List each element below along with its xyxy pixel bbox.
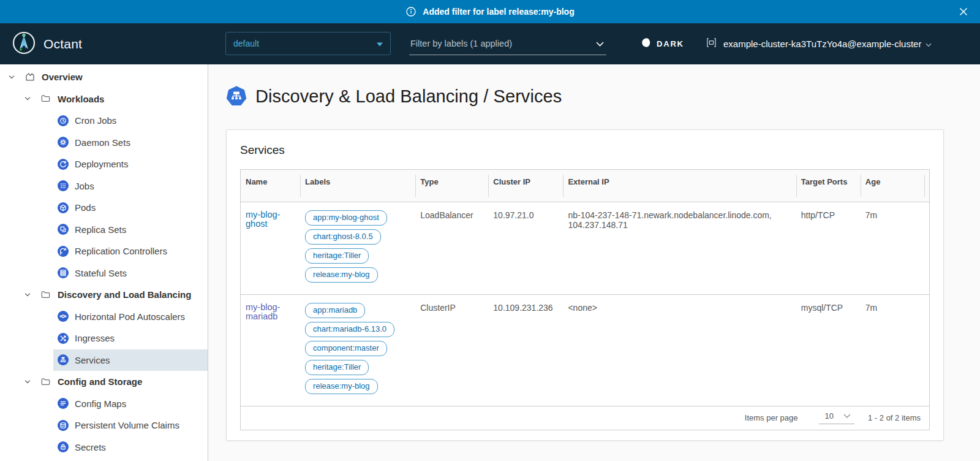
sidebar-item-daemon-sets[interactable]: Daemon Sets [0,132,208,154]
service-name-link[interactable]: my-blog-ghost [246,210,294,230]
page-size-value: 10 [825,411,834,421]
label-chip[interactable]: chart:ghost-8.0.5 [305,229,381,245]
sidebar-item-replication-controllers[interactable]: Replication Controllers [0,240,208,262]
cell-age: 7m [861,202,924,294]
sidebar-item-label: Services [75,355,110,365]
services-card: Services NameLabelsTypeCluster IPExterna… [226,129,944,441]
sidebar-item-overview[interactable]: Overview [0,66,208,88]
label-filter-dropdown[interactable]: Filter by labels (1 applied) [409,32,606,55]
sidebar-item-label: Pods [75,202,96,213]
cell-external-ip: nb-104-237-148-71.newark.nodebalancer.li… [563,202,796,294]
home-link[interactable]: Octant [12,31,82,57]
service-name-link[interactable]: my-blog-mariadb [246,303,294,322]
cell-type: ClusterIP [415,294,488,406]
column-header-name: Name [241,170,300,202]
sidebar-item-cron-jobs[interactable]: Cron Jobs [0,110,208,132]
label-filter-text: Filter by labels (1 applied) [410,39,596,48]
chevron-down-icon[interactable] [23,378,32,386]
service-heptagon-icon [226,86,247,107]
label-chip[interactable]: app:my-blog-ghost [305,210,387,226]
table-row: my-blog-ghostapp:my-blog-ghostchart:ghos… [241,202,929,294]
namespace-selector[interactable]: default [225,32,391,55]
folder-icon [40,289,51,300]
label-chip[interactable]: chart:mariadb-6.13.0 [305,322,394,337]
theme-toggle-button[interactable]: DARK [641,23,684,64]
cell-external-ip: <none> [563,294,796,406]
sidebar-item-config-maps[interactable]: Config Maps [0,393,208,415]
sidebar-item-label: Replication Controllers [75,246,167,256]
sidebar-item-config-and-storage[interactable]: Config and Storage [0,371,208,393]
daemonset-icon [58,137,69,148]
sidebar-item-label: Workloads [58,94,104,104]
cell-labels: app:mariadbchart:mariadb-6.13.0component… [300,294,415,406]
label-chip[interactable]: release:my-blog [305,267,378,283]
label-chip[interactable]: release:my-blog [305,379,378,394]
cell-target-ports: http/TCP [796,202,861,294]
chevron-down-icon[interactable] [23,291,32,299]
sidebar-item-deployments[interactable]: Deployments [0,153,208,175]
sidebar-item-persistent-volume-claims[interactable]: Persistent Volume Claims [0,414,208,436]
chevron-down-icon [925,39,932,50]
pod-icon [58,202,69,213]
namespace-value: default [233,39,377,48]
chevron-down-icon[interactable] [23,95,32,102]
sidebar-item-jobs[interactable]: Jobs [0,175,208,197]
hpa-icon [58,311,69,322]
ingress-icon [58,333,69,344]
sidebar-item-label: Cron Jobs [75,115,116,126]
cell-target-ports: mysql/TCP [796,294,861,406]
sidebar-item-discovery-and-load-balancing[interactable]: Discovery and Load Balancing [0,284,208,306]
cell-age: 7m [861,294,924,406]
folder-icon [40,93,51,104]
label-chip[interactable]: component:master [305,341,387,356]
label-chip[interactable]: heritage:Tiller [305,360,369,375]
secret-icon [58,441,69,452]
cronjob-icon [58,115,69,126]
column-header-type: Type [415,170,488,202]
page-size-select[interactable]: 10 [819,411,854,424]
close-icon[interactable] [958,6,969,17]
column-header-target-ports: Target Ports [796,170,861,202]
sidebar-item-label: Jobs [75,181,94,191]
sidebar-item-stateful-sets[interactable]: Stateful Sets [0,262,208,284]
theme-toggle-label: DARK [657,39,684,48]
folder-icon [40,376,51,387]
chevron-down-icon[interactable] [7,74,16,81]
sidebar-item-secrets[interactable]: Secrets [0,436,208,459]
sidebar-item-label: Overview [42,72,83,82]
sidebar-item-workloads[interactable]: Workloads [0,88,208,110]
sidebar-item-label: Daemon Sets [75,137,130,148]
services-datagrid: NameLabelsTypeCluster IPExternal IPTarge… [240,169,930,430]
sidebar-item-label: Secrets [75,442,106,452]
notification-text: Added filter for label release:my-blog [423,7,574,17]
notification-bar: Added filter for label release:my-blog [0,0,980,23]
column-header-filler [924,170,929,202]
cell-cluster-ip: 10.97.21.0 [488,202,563,294]
sidebar-item-pods[interactable]: Pods [0,197,208,219]
column-header-age: Age [861,170,924,202]
column-header-external-ip: External IP [563,170,796,202]
sidebar-item-services[interactable]: Services [0,349,208,371]
moon-icon [641,37,651,50]
pvc-icon [58,420,69,431]
app-header: Octant default Filter by labels (1 appli… [0,23,980,64]
page-title: Discovery & Load Balancing / Services [255,86,562,107]
chevron-down-icon [596,38,604,49]
sidebar-item-horizontal-pod-autoscalers[interactable]: Horizontal Pod Autoscalers [0,306,208,328]
sidebar-item-replica-sets[interactable]: Replica Sets [0,219,208,241]
cell-labels: app:my-blog-ghostchart:ghost-8.0.5herita… [300,202,415,294]
column-header-labels: Labels [300,170,415,202]
services-table: NameLabelsTypeCluster IPExternal IPTarge… [241,170,929,406]
sidebar-item-ingresses[interactable]: Ingresses [0,327,208,349]
label-chip[interactable]: app:mariadb [305,303,365,318]
main-content: Discovery & Load Balancing / Services Se… [208,64,980,461]
app-name: Octant [43,37,82,51]
label-chip[interactable]: heritage:Tiller [305,248,369,264]
service-icon [58,354,69,365]
octant-logo [12,31,36,57]
configmap-icon [58,398,69,409]
cell-filler [924,294,929,406]
chevron-down-icon [843,411,851,421]
context-switcher[interactable]: example-cluster-ka3TuTzYo4a@example-clus… [706,23,932,64]
context-label: example-cluster-ka3TuTzYo4a@example-clus… [723,39,921,49]
